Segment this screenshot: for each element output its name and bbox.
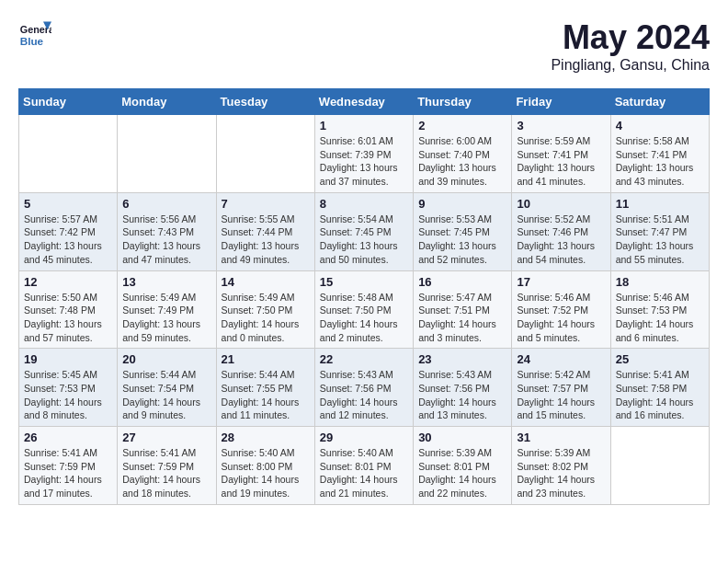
calendar-cell: 7Sunrise: 5:55 AMSunset: 7:44 PMDaylight… bbox=[216, 192, 314, 270]
calendar-cell bbox=[610, 427, 709, 505]
calendar-header: Sunday Monday Tuesday Wednesday Thursday… bbox=[19, 89, 710, 115]
day-info: Sunrise: 5:55 AMSunset: 7:44 PMDaylight:… bbox=[222, 213, 310, 267]
calendar-cell: 23Sunrise: 5:43 AMSunset: 7:56 PMDayligh… bbox=[414, 349, 512, 427]
header-sunday: Sunday bbox=[19, 89, 118, 115]
calendar-cell: 8Sunrise: 5:54 AMSunset: 7:45 PMDaylight… bbox=[314, 192, 413, 270]
calendar-cell: 31Sunrise: 5:39 AMSunset: 8:02 PMDayligh… bbox=[512, 427, 610, 505]
calendar-week-row: 1Sunrise: 6:01 AMSunset: 7:39 PMDaylight… bbox=[19, 115, 710, 193]
calendar-cell: 29Sunrise: 5:40 AMSunset: 8:01 PMDayligh… bbox=[314, 427, 413, 505]
calendar-cell: 28Sunrise: 5:40 AMSunset: 8:00 PMDayligh… bbox=[216, 427, 314, 505]
day-number: 14 bbox=[222, 275, 310, 289]
calendar-cell: 4Sunrise: 5:58 AMSunset: 7:41 PMDaylight… bbox=[610, 115, 709, 193]
day-number: 28 bbox=[222, 431, 310, 444]
calendar-cell: 13Sunrise: 5:49 AMSunset: 7:49 PMDayligh… bbox=[118, 270, 216, 349]
header-tuesday: Tuesday bbox=[216, 89, 314, 115]
day-number: 21 bbox=[222, 352, 310, 366]
day-info: Sunrise: 5:43 AMSunset: 7:56 PMDaylight:… bbox=[320, 368, 408, 422]
day-info: Sunrise: 5:54 AMSunset: 7:45 PMDaylight:… bbox=[320, 213, 408, 267]
day-info: Sunrise: 5:44 AMSunset: 7:54 PMDaylight:… bbox=[122, 368, 210, 422]
calendar-week-row: 5Sunrise: 5:57 AMSunset: 7:42 PMDaylight… bbox=[19, 192, 710, 270]
day-info: Sunrise: 5:42 AMSunset: 7:57 PMDaylight:… bbox=[517, 368, 605, 422]
header-monday: Monday bbox=[118, 89, 216, 115]
location: Pingliang, Gansu, China bbox=[551, 57, 710, 74]
calendar-cell: 12Sunrise: 5:50 AMSunset: 7:48 PMDayligh… bbox=[19, 270, 118, 349]
day-info: Sunrise: 5:41 AMSunset: 7:59 PMDaylight:… bbox=[122, 446, 210, 500]
day-number: 24 bbox=[517, 352, 605, 366]
day-info: Sunrise: 5:59 AMSunset: 7:41 PMDaylight:… bbox=[517, 134, 605, 189]
calendar-week-row: 12Sunrise: 5:50 AMSunset: 7:48 PMDayligh… bbox=[19, 270, 710, 349]
day-number: 16 bbox=[418, 275, 506, 289]
calendar-week-row: 19Sunrise: 5:45 AMSunset: 7:53 PMDayligh… bbox=[19, 349, 710, 427]
day-number: 8 bbox=[320, 197, 408, 211]
calendar-cell: 1Sunrise: 6:01 AMSunset: 7:39 PMDaylight… bbox=[314, 115, 413, 193]
calendar-cell: 27Sunrise: 5:41 AMSunset: 7:59 PMDayligh… bbox=[118, 427, 216, 505]
day-info: Sunrise: 5:46 AMSunset: 7:52 PMDaylight:… bbox=[517, 291, 605, 345]
day-number: 23 bbox=[418, 352, 506, 366]
day-info: Sunrise: 5:40 AMSunset: 8:01 PMDaylight:… bbox=[320, 446, 408, 500]
day-number: 15 bbox=[320, 275, 408, 289]
day-number: 1 bbox=[320, 119, 408, 132]
calendar-cell: 5Sunrise: 5:57 AMSunset: 7:42 PMDaylight… bbox=[19, 192, 118, 270]
calendar-cell: 16Sunrise: 5:47 AMSunset: 7:51 PMDayligh… bbox=[414, 270, 512, 349]
day-number: 19 bbox=[24, 352, 112, 366]
day-info: Sunrise: 5:50 AMSunset: 7:48 PMDaylight:… bbox=[24, 291, 112, 345]
header-wednesday: Wednesday bbox=[314, 89, 413, 115]
header-thursday: Thursday bbox=[414, 89, 512, 115]
day-number: 11 bbox=[616, 197, 704, 211]
weekday-row: Sunday Monday Tuesday Wednesday Thursday… bbox=[19, 89, 710, 115]
day-number: 13 bbox=[122, 275, 210, 289]
calendar-cell: 11Sunrise: 5:51 AMSunset: 7:47 PMDayligh… bbox=[610, 192, 709, 270]
calendar-cell: 25Sunrise: 5:41 AMSunset: 7:58 PMDayligh… bbox=[610, 349, 709, 427]
day-number: 2 bbox=[418, 119, 506, 132]
calendar-cell: 19Sunrise: 5:45 AMSunset: 7:53 PMDayligh… bbox=[19, 349, 118, 427]
day-info: Sunrise: 5:47 AMSunset: 7:51 PMDaylight:… bbox=[418, 291, 506, 345]
day-number: 30 bbox=[418, 431, 506, 444]
day-info: Sunrise: 5:48 AMSunset: 7:50 PMDaylight:… bbox=[320, 291, 408, 345]
day-info: Sunrise: 5:53 AMSunset: 7:45 PMDaylight:… bbox=[418, 213, 506, 267]
day-number: 18 bbox=[616, 275, 704, 289]
calendar-cell: 15Sunrise: 5:48 AMSunset: 7:50 PMDayligh… bbox=[314, 270, 413, 349]
day-number: 22 bbox=[320, 352, 408, 366]
page-header: GeneralBlue General Blue May 2024 Pingli… bbox=[18, 18, 710, 74]
calendar-cell bbox=[19, 115, 118, 193]
day-info: Sunrise: 5:52 AMSunset: 7:46 PMDaylight:… bbox=[517, 213, 605, 267]
day-info: Sunrise: 5:56 AMSunset: 7:43 PMDaylight:… bbox=[122, 213, 210, 267]
day-number: 3 bbox=[517, 119, 605, 132]
day-info: Sunrise: 6:01 AMSunset: 7:39 PMDaylight:… bbox=[320, 134, 408, 189]
day-number: 17 bbox=[517, 275, 605, 289]
calendar-table: Sunday Monday Tuesday Wednesday Thursday… bbox=[18, 88, 710, 505]
calendar-cell: 9Sunrise: 5:53 AMSunset: 7:45 PMDaylight… bbox=[414, 192, 512, 270]
day-info: Sunrise: 5:46 AMSunset: 7:53 PMDaylight:… bbox=[616, 291, 704, 345]
day-info: Sunrise: 5:58 AMSunset: 7:41 PMDaylight:… bbox=[616, 134, 704, 189]
calendar-cell: 2Sunrise: 6:00 AMSunset: 7:40 PMDaylight… bbox=[414, 115, 512, 193]
day-number: 20 bbox=[122, 352, 210, 366]
calendar-week-row: 26Sunrise: 5:41 AMSunset: 7:59 PMDayligh… bbox=[19, 427, 710, 505]
day-info: Sunrise: 5:40 AMSunset: 8:00 PMDaylight:… bbox=[222, 446, 310, 500]
day-number: 9 bbox=[418, 197, 506, 211]
calendar-cell: 21Sunrise: 5:44 AMSunset: 7:55 PMDayligh… bbox=[216, 349, 314, 427]
day-number: 4 bbox=[616, 119, 704, 132]
calendar-cell: 14Sunrise: 5:49 AMSunset: 7:50 PMDayligh… bbox=[216, 270, 314, 349]
day-number: 25 bbox=[616, 352, 704, 366]
day-number: 29 bbox=[320, 431, 408, 444]
title-block: May 2024 Pingliang, Gansu, China bbox=[551, 18, 710, 74]
logo-icon: GeneralBlue bbox=[18, 18, 51, 52]
calendar-cell: 26Sunrise: 5:41 AMSunset: 7:59 PMDayligh… bbox=[19, 427, 118, 505]
month-title: May 2024 bbox=[551, 18, 710, 57]
calendar-cell: 17Sunrise: 5:46 AMSunset: 7:52 PMDayligh… bbox=[512, 270, 610, 349]
calendar-cell bbox=[118, 115, 216, 193]
day-info: Sunrise: 5:49 AMSunset: 7:49 PMDaylight:… bbox=[122, 291, 210, 345]
day-info: Sunrise: 5:51 AMSunset: 7:47 PMDaylight:… bbox=[616, 213, 704, 267]
day-info: Sunrise: 5:49 AMSunset: 7:50 PMDaylight:… bbox=[222, 291, 310, 345]
header-friday: Friday bbox=[512, 89, 610, 115]
day-info: Sunrise: 5:41 AMSunset: 7:59 PMDaylight:… bbox=[24, 446, 112, 500]
day-number: 6 bbox=[122, 197, 210, 211]
day-info: Sunrise: 5:41 AMSunset: 7:58 PMDaylight:… bbox=[616, 368, 704, 422]
header-saturday: Saturday bbox=[610, 89, 709, 115]
svg-text:Blue: Blue bbox=[20, 35, 44, 47]
calendar-cell: 24Sunrise: 5:42 AMSunset: 7:57 PMDayligh… bbox=[512, 349, 610, 427]
day-number: 12 bbox=[24, 275, 112, 289]
day-info: Sunrise: 5:57 AMSunset: 7:42 PMDaylight:… bbox=[24, 213, 112, 267]
calendar-cell: 30Sunrise: 5:39 AMSunset: 8:01 PMDayligh… bbox=[414, 427, 512, 505]
calendar-body: 1Sunrise: 6:01 AMSunset: 7:39 PMDaylight… bbox=[19, 115, 710, 505]
